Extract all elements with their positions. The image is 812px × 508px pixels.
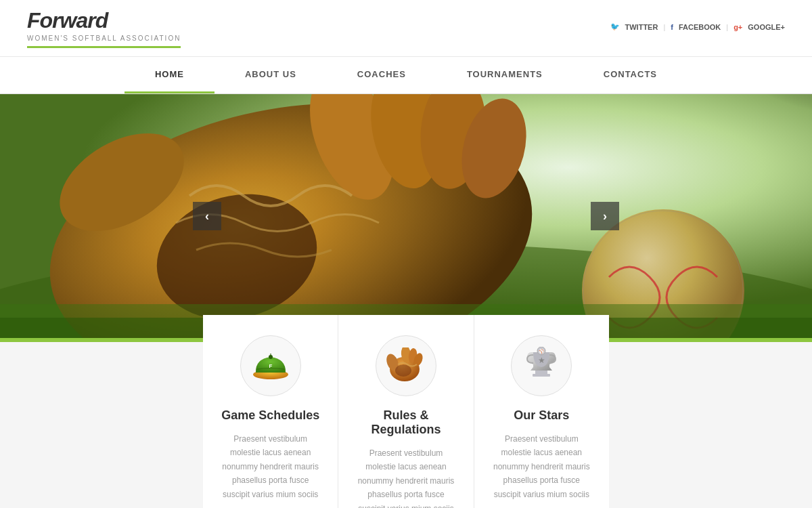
header: Forward WOMEN'S SOFTBALL ASSOCIATION 🐦 T… [0,0,812,57]
slider-next-button[interactable]: › [591,202,619,230]
baseball-cap-icon: F [252,349,290,383]
google-icon: g+ [734,23,742,31]
card-game-schedules-icon: F [240,335,301,396]
divider-2: | [726,23,728,31]
logo-area: Forward WOMEN'S SOFTBALL ASSOCIATION [27,8,181,56]
slider-prev-button[interactable]: ‹ [193,202,221,230]
card-our-stars: ★ ⚾ Our Stars Praesent vestibulum molest… [474,315,609,508]
logo-subtitle: WOMEN'S SOFTBALL ASSOCIATION [27,35,181,42]
hero-background [0,94,812,338]
logo-title: Forward [27,8,181,33]
svg-point-15 [269,355,273,359]
svg-text:★: ★ [538,356,545,365]
facebook-icon: f [671,23,673,31]
hero-slider: ‹ › [0,94,812,338]
chevron-left-icon: ‹ [205,209,209,224]
nav-item-contacts[interactable]: CONTACTS [573,57,687,93]
nav-item-home[interactable]: HOME [125,57,215,93]
hero-glove-svg [0,94,812,338]
divider-1: | [663,23,665,31]
facebook-link[interactable]: FACEBOOK [679,23,721,31]
twitter-icon: 🐦 [610,22,620,31]
svg-text:⚾: ⚾ [539,348,545,354]
social-links: 🐦 TWITTER | f FACEBOOK | g+ GOOGLE+ [610,22,786,42]
card-rules-title: Rules & Regulations [355,408,456,437]
svg-text:F: F [269,363,272,369]
logo-underline [27,46,181,48]
card-rules-icon [376,335,436,396]
google-link[interactable]: GOOGLE+ [748,23,785,31]
nav-item-about[interactable]: ABOUT US [215,57,327,93]
glove-icon [386,347,426,385]
svg-point-22 [395,364,411,377]
card-our-stars-icon: ★ ⚾ [511,335,572,396]
svg-rect-24 [533,374,550,377]
card-our-stars-title: Our Stars [514,408,569,423]
nav-item-coaches[interactable]: COACHES [327,57,436,93]
card-rules: Rules & Regulations Praesent vestibulum … [338,315,474,508]
card-rules-text: Praesent vestibulum molestie lacus aenea… [355,446,456,508]
twitter-link[interactable]: TWITTER [625,23,658,31]
chevron-right-icon: › [603,209,607,224]
main-nav: HOME ABOUT US COACHES TOURNAMENTS CONTAC… [0,57,812,94]
trophy-icon: ★ ⚾ [523,347,560,385]
cards-section: F Game Schedules Praesent vestibulum mol… [0,342,812,508]
card-our-stars-text: Praesent vestibulum molestie lacus aenea… [491,432,592,501]
svg-rect-23 [535,371,547,374]
card-game-schedules-text: Praesent vestibulum molestie lacus aenea… [220,432,321,501]
card-game-schedules-title: Game Schedules [221,408,319,423]
nav-item-tournaments[interactable]: TOURNAMENTS [436,57,573,93]
card-game-schedules: F Game Schedules Praesent vestibulum mol… [203,315,338,508]
